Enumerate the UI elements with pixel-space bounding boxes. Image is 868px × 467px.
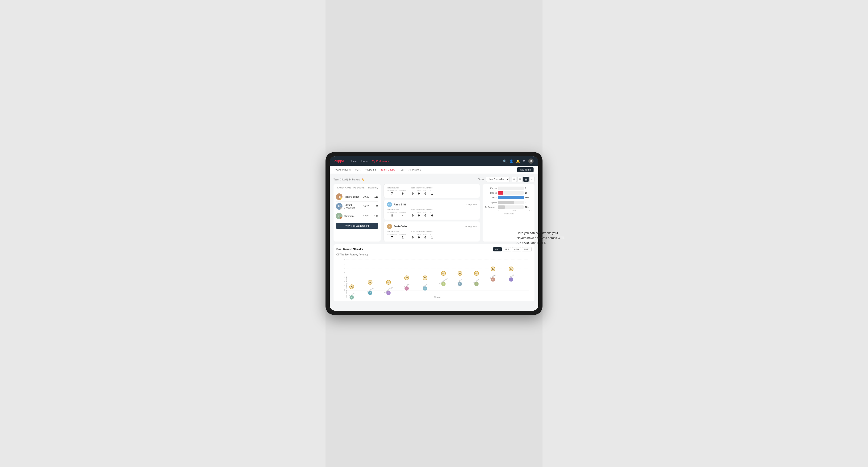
settings-icon[interactable]: ⚙ (523, 159, 526, 163)
nav-icons: 🔍 👤 🔔 ⚙ U (503, 158, 533, 164)
round-card: JC Josh Coles 26 Aug 2023 Total Rounds (383, 221, 480, 242)
tab-team-clippd[interactable]: Team Clippd (381, 166, 395, 173)
player-thumb: M (474, 282, 478, 286)
streak-bubble: 3x (509, 267, 514, 271)
filter-arg[interactable]: ARG (512, 247, 521, 251)
putt-label: PUTT (430, 234, 435, 236)
ott-item: OTT 0 (411, 212, 415, 217)
player-list-card: PLAYER NAME PB SCORE PB AVG SQ RB 1 Rich… (334, 184, 381, 242)
add-team-button[interactable]: Add Team (517, 167, 533, 172)
show-label: Show (478, 178, 484, 181)
logo: clippd (335, 159, 344, 163)
streaks-section: Best Round Streaks OTT APP ARG PUTT Off … (334, 244, 534, 301)
list-view-icon[interactable]: ☰ (518, 177, 523, 182)
chart-row: D. Bogeys + 131 (485, 206, 532, 209)
filter-ott[interactable]: OTT (493, 247, 502, 251)
bar-value: 499 (525, 196, 532, 199)
ott-label: OTT (411, 212, 415, 214)
card-view-icon[interactable]: ▦ (523, 177, 529, 182)
tab-pgat[interactable]: PGAT Players (335, 166, 351, 173)
chart-bars: Eagles 3 Birdies (485, 187, 532, 209)
app-value: 0 (418, 236, 420, 239)
view-leaderboard-button[interactable]: View Full Leaderboard (336, 223, 378, 229)
chart-title: Total Shots (485, 213, 532, 215)
sub-nav-links: PGAT Players PGA Hcaps 1-5 Team Clippd T… (335, 166, 517, 173)
tab-tour[interactable]: Tour (399, 166, 404, 173)
bar (498, 191, 503, 195)
player-row[interactable]: EC 2 Edward Crossman 18/20 107 (336, 201, 378, 211)
player-name: Richard Butler (344, 195, 361, 198)
tournament-item: Tournament 7 (387, 190, 397, 195)
total-rounds-label: Total Rounds (387, 230, 406, 233)
player-row[interactable]: RB 1 Richard Butler 19/20 110 (336, 192, 378, 201)
tab-all-players[interactable]: All Players (409, 166, 421, 173)
tab-pga[interactable]: PGA (355, 166, 361, 173)
app-item: APP 0 (417, 234, 421, 239)
putt-label: PUTT (430, 190, 435, 192)
round-stats: Total Rounds Tournament 7 Practice (387, 230, 477, 239)
practice-label: Practice (399, 234, 406, 236)
nav-bar: clippd Home Teams My Performance 🔍 👤 🔔 ⚙… (330, 156, 538, 166)
nav-my-performance[interactable]: My Performance (372, 159, 391, 163)
practice-activities-group: Total Practice Activities OTT 0 APP (411, 187, 434, 195)
bar-label: Bogeys (485, 201, 497, 204)
avatar-icon[interactable]: U (528, 158, 533, 164)
nav-home[interactable]: Home (350, 159, 356, 163)
total-rounds-label: Total Rounds (387, 209, 406, 211)
app-label: APP (417, 190, 421, 192)
chart-row: Bogeys 311 (485, 201, 532, 204)
user-icon[interactable]: 👤 (509, 159, 513, 163)
practice-item: Practice 2 (399, 234, 406, 239)
practice-label: Practice (399, 212, 406, 214)
player-score: 19/20 (362, 195, 370, 198)
y-label-3: 3 (344, 276, 345, 278)
bar-wrap (498, 196, 524, 199)
x-axis-label: Players (346, 296, 529, 299)
bar-label: Eagles (485, 187, 497, 189)
streak-bubble: 4x (474, 271, 479, 276)
practice-label: Practice (399, 190, 406, 192)
edit-team-icon[interactable]: ✏️ (362, 178, 365, 181)
tab-hcaps[interactable]: Hcaps 1-5 (365, 166, 376, 173)
y-label-4: 4 (344, 272, 345, 274)
y-label-5: 5 (344, 268, 345, 269)
bar-value: 131 (525, 206, 532, 208)
bar (498, 196, 524, 199)
tournament-item: Tournament 7 (387, 234, 397, 239)
streak-bubble: 3x (491, 267, 495, 271)
search-icon[interactable]: 🔍 (503, 159, 507, 163)
arg-item: ARG 0 (423, 212, 427, 217)
player-score: 17/20 (362, 215, 370, 217)
ott-value: 0 (412, 192, 414, 195)
round-card-header: RB Rees Britt 02 Sep 2023 (387, 202, 477, 207)
nav-teams[interactable]: Teams (361, 159, 368, 163)
player-thumb: J (404, 286, 409, 290)
rank-badge: 1 (340, 197, 342, 200)
period-dropdown[interactable]: Last 3 months (486, 177, 510, 182)
streak-bubble: 6x (386, 280, 391, 285)
detail-view-icon[interactable]: ≡ (529, 177, 534, 182)
player-avg: 107 (372, 205, 378, 208)
grid-line-5 (346, 268, 529, 269)
player-row[interactable]: C 3 Cameron... 17/20 103 (336, 211, 378, 221)
arg-item: ARG 0 (423, 234, 427, 239)
arg-item: ARG 0 (423, 190, 427, 195)
streak-chart: Best Streak, Fairway Accuracy 7 6 5 4 3 … (341, 258, 532, 299)
team-title-area: Team Clippd | 14 Players ✏️ (334, 177, 365, 181)
practice-activities-group: Total Practice Activities OTT 0 APP (411, 209, 434, 217)
filter-app[interactable]: APP (503, 247, 511, 251)
app-label: APP (417, 234, 421, 236)
player-score: 18/20 (362, 205, 370, 208)
team-title: Team Clippd | 14 Players ✏️ (334, 178, 365, 181)
filter-putt[interactable]: PUTT (522, 247, 532, 251)
streaks-header: Best Round Streaks OTT APP ARG PUTT (336, 247, 532, 251)
total-rounds-group: Total Rounds Tournament 7 Practice (387, 230, 406, 239)
col-player-name: PLAYER NAME (336, 187, 351, 189)
round-card: Total Rounds Tournament 7 Practice (383, 184, 480, 198)
player-list-header: PLAYER NAME PB SCORE PB AVG SQ (336, 187, 378, 190)
ott-item: OTT 0 (411, 234, 415, 239)
bell-icon[interactable]: 🔔 (516, 159, 520, 163)
player-avg: 110 (372, 195, 378, 198)
bar-label: Birdies (485, 192, 497, 194)
grid-view-icon[interactable]: ⊞ (512, 177, 517, 182)
